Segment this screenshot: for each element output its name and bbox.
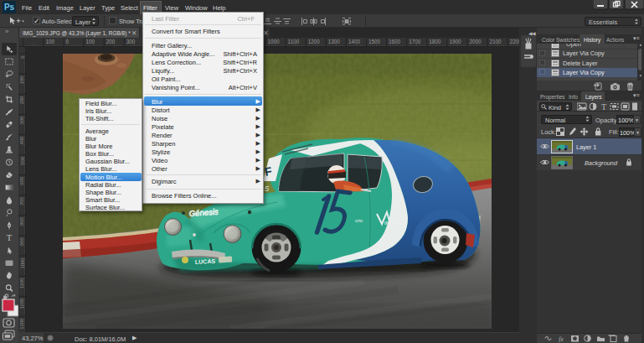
svg-text:700: 700 bbox=[20, 197, 25, 205]
svg-text:1000: 1000 bbox=[268, 39, 281, 44]
svg-text:génesis: génesis bbox=[384, 220, 400, 225]
svg-text:T: T bbox=[601, 102, 606, 111]
svg-text:300: 300 bbox=[20, 117, 25, 125]
svg-text:100: 100 bbox=[86, 39, 95, 44]
svg-text:2000: 2000 bbox=[470, 39, 482, 44]
svg-text:100: 100 bbox=[20, 76, 25, 85]
svg-text:200: 200 bbox=[20, 96, 25, 105]
svg-text:900: 900 bbox=[20, 237, 25, 246]
svg-text:2200: 2200 bbox=[510, 39, 519, 44]
svg-text:1000: 1000 bbox=[20, 258, 25, 269]
svg-text:100: 100 bbox=[45, 39, 54, 44]
svg-text:800: 800 bbox=[20, 217, 25, 226]
svg-text:1300: 1300 bbox=[20, 319, 25, 330]
svg-text:LUCAS: LUCAS bbox=[195, 258, 216, 265]
svg-text:0: 0 bbox=[66, 39, 70, 44]
svg-text:600: 600 bbox=[20, 177, 25, 185]
svg-text:1800: 1800 bbox=[429, 39, 441, 44]
svg-text:1500: 1500 bbox=[368, 39, 381, 44]
svg-text:1100: 1100 bbox=[288, 39, 300, 44]
svg-text:T: T bbox=[7, 233, 13, 242]
svg-text:1300: 1300 bbox=[328, 39, 341, 44]
svg-text:crio: crio bbox=[355, 218, 363, 223]
svg-text:1900: 1900 bbox=[449, 39, 461, 44]
svg-text:2100: 2100 bbox=[490, 39, 502, 44]
svg-text:1200: 1200 bbox=[20, 299, 25, 309]
svg-text:500: 500 bbox=[20, 157, 25, 165]
svg-text:300: 300 bbox=[126, 39, 136, 44]
svg-text:1600: 1600 bbox=[389, 39, 401, 44]
svg-text:1700: 1700 bbox=[409, 39, 421, 44]
svg-text:fx: fx bbox=[559, 335, 564, 343]
svg-text:1100: 1100 bbox=[20, 278, 25, 288]
svg-text:0: 0 bbox=[20, 56, 25, 59]
svg-text:1200: 1200 bbox=[308, 39, 321, 44]
svg-text:400: 400 bbox=[20, 137, 25, 145]
svg-text:1400: 1400 bbox=[348, 39, 361, 44]
svg-text:200: 200 bbox=[106, 39, 116, 44]
